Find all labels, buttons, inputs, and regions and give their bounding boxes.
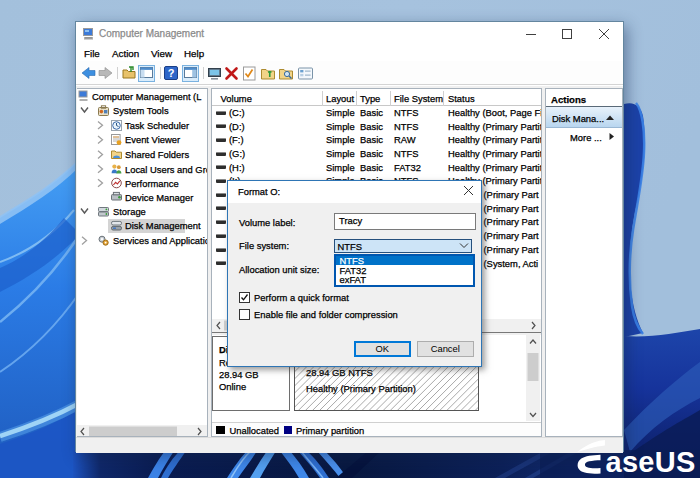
svg-text:?: ? xyxy=(168,67,175,79)
svg-text:aseUS: aseUS xyxy=(606,446,696,478)
